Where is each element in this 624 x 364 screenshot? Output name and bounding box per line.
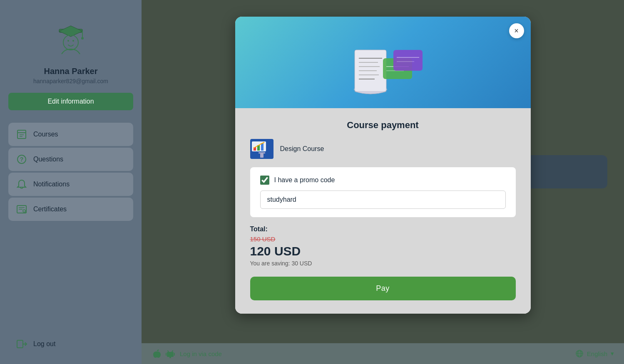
avatar <box>50 17 92 60</box>
pay-button[interactable]: Pay <box>250 277 516 300</box>
svg-rect-18 <box>17 340 23 348</box>
course-name: Design Course <box>280 145 324 153</box>
user-email: hannaparker829@gmail.com <box>33 78 108 84</box>
notifications-icon <box>16 178 27 190</box>
sidebar-bottom: Log out <box>8 332 133 356</box>
svg-line-43 <box>168 351 169 352</box>
sidebar-questions-label: Questions <box>33 156 63 163</box>
svg-point-6 <box>72 40 74 42</box>
login-code-label[interactable]: Log in via code <box>180 350 222 357</box>
sidebar-item-certificates[interactable]: Certificates <box>8 198 133 221</box>
sidebar: Hanna Parker hannaparker829@gmail.com Ed… <box>0 0 142 364</box>
bottom-left: Log in via code <box>152 349 222 358</box>
svg-rect-40 <box>259 152 265 154</box>
discounted-price: 120 USD <box>250 244 516 258</box>
modal-header: × <box>235 17 531 108</box>
android-icon <box>166 349 175 358</box>
sidebar-item-notifications[interactable]: Notifications <box>8 173 133 196</box>
total-label: Total: <box>250 225 516 233</box>
questions-icon: ? <box>16 154 27 165</box>
svg-rect-42 <box>167 352 174 357</box>
svg-rect-47 <box>169 357 171 358</box>
svg-point-3 <box>81 37 84 40</box>
globe-icon <box>575 349 584 358</box>
modal-close-button[interactable]: × <box>509 23 524 38</box>
svg-rect-41 <box>260 154 264 158</box>
logout-item[interactable]: Log out <box>8 332 133 356</box>
svg-point-5 <box>67 40 69 42</box>
payment-illustration <box>329 25 437 100</box>
promo-check-row: I have a promo code <box>260 176 506 185</box>
user-name: Hanna Parker <box>44 67 98 76</box>
sidebar-certificates-label: Certificates <box>33 206 67 213</box>
bottom-bar: Log in via code English ▾ <box>142 343 624 364</box>
language-label: English <box>587 350 607 357</box>
svg-text:?: ? <box>20 156 24 163</box>
svg-point-4 <box>63 35 78 50</box>
language-arrow: ▾ <box>611 350 614 357</box>
modal-body: Course payment <box>235 108 531 314</box>
course-thumbnail-icon <box>250 139 273 159</box>
promo-checkbox[interactable] <box>260 176 269 185</box>
edit-info-button[interactable]: Edit information <box>8 93 133 110</box>
modal-title: Course payment <box>250 120 516 131</box>
logout-label: Log out <box>33 340 55 348</box>
svg-rect-32 <box>393 50 423 71</box>
courses-icon <box>16 129 27 140</box>
main-body: × <box>142 0 624 343</box>
sidebar-item-questions[interactable]: ? Questions <box>8 148 133 171</box>
course-row: Design Course <box>250 139 516 159</box>
sidebar-notifications-label: Notifications <box>33 181 70 188</box>
original-price: 150 USD <box>250 235 516 243</box>
sidebar-item-courses[interactable]: Courses <box>8 123 133 146</box>
svg-line-44 <box>172 351 173 352</box>
main-content: × <box>142 0 624 364</box>
svg-rect-7 <box>17 130 26 139</box>
svg-rect-39 <box>261 143 264 151</box>
logout-icon <box>16 338 27 350</box>
promo-section: I have a promo code <box>250 167 516 217</box>
payment-modal: × <box>235 17 531 314</box>
certificates-icon <box>16 203 27 215</box>
sidebar-nav: Courses ? Questions Notifications <box>8 123 133 221</box>
bottom-right[interactable]: English ▾ <box>575 349 614 358</box>
saving-text: You are saving: 30 USD <box>250 260 516 267</box>
promo-checkbox-label: I have a promo code <box>274 176 335 184</box>
promo-code-input[interactable] <box>260 191 506 209</box>
apple-icon <box>152 349 161 358</box>
sidebar-courses-label: Courses <box>33 131 58 138</box>
